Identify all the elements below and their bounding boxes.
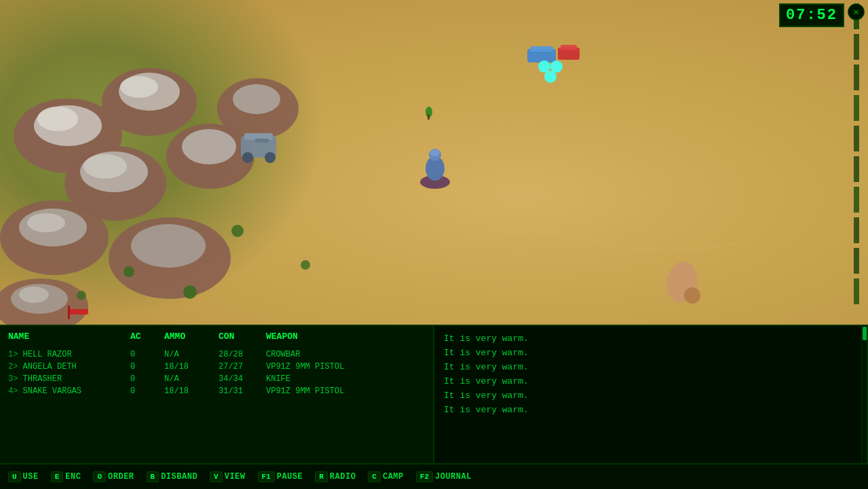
col-ammo: AMMO — [164, 331, 219, 342]
action-label-order: ORDER — [108, 472, 134, 482]
squad-name-2: 2> ANGELA DETH — [8, 362, 130, 372]
action-btn-disband[interactable]: BDISBAND — [141, 469, 204, 485]
action-key-disband: B — [147, 471, 159, 482]
squad-ammo-2: 18/18 — [164, 362, 219, 372]
action-label-camp: CAMP — [383, 472, 404, 482]
squad-weapon-2: VP91Z 9MM PISTOL — [266, 362, 402, 372]
action-label-use: USE — [23, 472, 39, 482]
action-key-camp: C — [368, 471, 381, 482]
log-line-5: It is very warm. — [444, 388, 857, 403]
action-btn-enc[interactable]: EENC — [45, 469, 87, 485]
action-btn-camp[interactable]: CCAMP — [362, 469, 409, 485]
action-buttons: UUSEEENCOORDERBDISBANDVVIEWF1PAUSERRADIO… — [3, 469, 477, 485]
log-line-2: It is very warm. — [444, 346, 857, 360]
squad-ac-4: 0 — [130, 386, 164, 396]
squad-con-4: 31/31 — [219, 386, 266, 396]
log-scroll-thumb[interactable] — [863, 327, 867, 340]
action-label-disband: DISBAND — [161, 472, 197, 482]
message-log: It is very warm.It is very warm.It is ve… — [434, 326, 868, 463]
action-btn-radio[interactable]: RRADIO — [309, 469, 361, 485]
squad-row-3[interactable]: 3> THRASHER 0 N/A 34/34 KNIFE — [8, 373, 425, 385]
squad-weapon-4: VP91Z 9MM PISTOL — [266, 386, 402, 396]
squad-weapon-3: KNIFE — [266, 374, 402, 384]
squad-ammo-3: N/A — [164, 374, 219, 384]
action-label-pause: PAUSE — [277, 472, 303, 482]
action-key-radio: R — [315, 471, 328, 482]
col-con: CON — [219, 331, 266, 342]
log-lines: It is very warm.It is very warm.It is ve… — [444, 331, 857, 417]
log-line-6: It is very warm. — [444, 403, 857, 417]
hud: NAME AC AMMO CON WEAPON 1> HELL RAZOR 0 … — [0, 325, 868, 489]
log-line-4: It is very warm. — [444, 374, 857, 388]
action-btn-journal[interactable]: F2JOURNAL — [411, 469, 477, 485]
col-ac: AC — [130, 331, 164, 342]
squad-name-1: 1> HELL RAZOR — [8, 350, 130, 359]
action-btn-use[interactable]: UUSE — [3, 469, 44, 485]
log-line-3: It is very warm. — [444, 360, 857, 374]
action-btn-view[interactable]: VVIEW — [204, 469, 250, 485]
squad-ac-1: 0 — [130, 350, 164, 359]
log-scrollbar[interactable] — [861, 326, 867, 463]
squad-ammo-4: 18/18 — [164, 386, 219, 396]
squad-row-2[interactable]: 2> ANGELA DETH 0 18/18 27/27 VP91Z 9MM P… — [8, 361, 425, 373]
action-label-journal: JOURNAL — [435, 472, 472, 482]
squad-con-1: 28/28 — [219, 350, 266, 359]
col-weapon: WEAPON — [266, 331, 402, 342]
squad-name-4: 4> SNAKE VARGAS — [8, 386, 130, 396]
squad-row-4[interactable]: 4> SNAKE VARGAS 0 18/18 31/31 VP91Z 9MM … — [8, 385, 425, 397]
action-btn-order[interactable]: OORDER — [88, 469, 139, 485]
action-key-pause: F1 — [258, 471, 275, 482]
party-panel: NAME AC AMMO CON WEAPON 1> HELL RAZOR 0 … — [0, 326, 868, 463]
squad-ammo-1: N/A — [164, 350, 219, 359]
squad-ac-2: 0 — [130, 362, 164, 372]
col-name: NAME — [8, 331, 130, 342]
squad-ac-3: 0 — [130, 374, 164, 384]
action-label-radio: RADIO — [330, 472, 356, 482]
action-key-order: O — [93, 471, 106, 482]
action-key-view: V — [210, 471, 223, 482]
squad-rows: 1> HELL RAZOR 0 N/A 28/28 CROWBAR 2> ANG… — [8, 348, 425, 397]
action-bar: UUSEEENCOORDERBDISBANDVVIEWF1PAUSERRADIO… — [0, 463, 868, 489]
squad-row-1[interactable]: 1> HELL RAZOR 0 N/A 28/28 CROWBAR — [8, 348, 425, 361]
squad-con-3: 34/34 — [219, 374, 266, 384]
terrain-rocky — [0, 0, 326, 319]
squad-con-2: 27/27 — [219, 362, 266, 372]
minimap-icon[interactable]: ✕ — [848, 3, 865, 20]
squad-header: NAME AC AMMO CON WEAPON — [8, 331, 425, 344]
action-key-enc: E — [51, 471, 64, 482]
squad-weapon-1: CROWBAR — [266, 350, 402, 359]
game-timer: 07:52 — [779, 3, 844, 27]
squad-name-3: 3> THRASHER — [8, 374, 130, 384]
action-label-view: VIEW — [225, 472, 246, 482]
game-viewport[interactable]: 07:52 ✕ — [0, 0, 868, 325]
action-btn-pause[interactable]: F1PAUSE — [252, 469, 309, 485]
action-key-journal: F2 — [416, 471, 433, 482]
action-key-use: U — [8, 471, 21, 482]
squad-list: NAME AC AMMO CON WEAPON 1> HELL RAZOR 0 … — [0, 326, 434, 463]
log-line-1: It is very warm. — [444, 331, 857, 346]
action-label-enc: ENC — [65, 472, 81, 482]
